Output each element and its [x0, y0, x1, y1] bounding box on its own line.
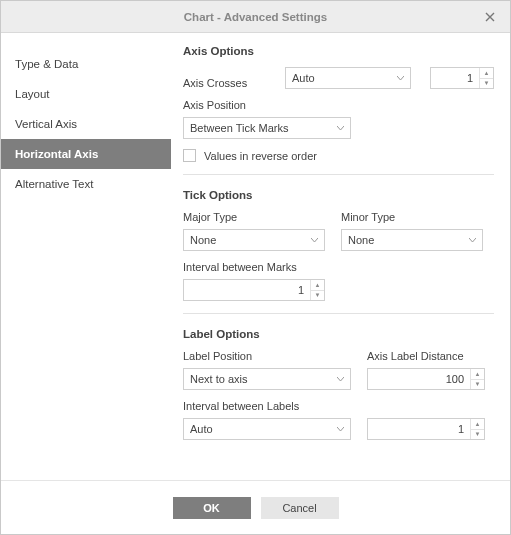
- select-value: None: [190, 234, 216, 246]
- dialog-title: Chart - Advanced Settings: [184, 11, 327, 23]
- section-title-label-options: Label Options: [183, 328, 494, 340]
- axis-position-select[interactable]: Between Tick Marks: [183, 117, 351, 139]
- label-position-label: Label Position: [183, 350, 351, 362]
- button-label: OK: [203, 502, 220, 514]
- spinner-down-icon[interactable]: ▼: [471, 380, 484, 390]
- axis-position-label: Axis Position: [183, 99, 351, 111]
- label-position-select[interactable]: Next to axis: [183, 368, 351, 390]
- close-icon: [485, 12, 495, 22]
- interval-marks-spinner[interactable]: 1 ▲ ▼: [183, 279, 325, 301]
- spinner-value: 1: [368, 419, 470, 439]
- axis-crosses-label: Axis Crosses: [183, 77, 269, 89]
- spinner-down-icon[interactable]: ▼: [480, 79, 493, 89]
- spinner-up-icon[interactable]: ▲: [480, 68, 493, 79]
- major-type-select[interactable]: None: [183, 229, 325, 251]
- sidebar-item-label: Type & Data: [15, 58, 78, 70]
- chevron-down-icon: [311, 238, 318, 243]
- select-value: Between Tick Marks: [190, 122, 288, 134]
- divider: [183, 174, 494, 175]
- spinner-value: 1: [431, 68, 479, 88]
- dialog-body: Type & Data Layout Vertical Axis Horizon…: [1, 33, 510, 480]
- reverse-order-checkbox[interactable]: [183, 149, 196, 162]
- select-value: Auto: [190, 423, 213, 435]
- interval-labels-select[interactable]: Auto: [183, 418, 351, 440]
- advanced-settings-dialog: Chart - Advanced Settings Type & Data La…: [0, 0, 511, 535]
- content: Axis Options Axis Crosses Auto 1 ▲: [171, 45, 494, 480]
- footer: OK Cancel: [1, 480, 510, 534]
- spinner-down-icon[interactable]: ▼: [471, 430, 484, 440]
- select-value: Auto: [292, 72, 315, 84]
- axis-label-distance-label: Axis Label Distance: [367, 350, 485, 362]
- major-type-label: Major Type: [183, 211, 325, 223]
- spinner-value: 100: [368, 369, 470, 389]
- spinner-value: 1: [184, 280, 310, 300]
- reverse-order-label: Values in reverse order: [204, 150, 317, 162]
- section-title-axis-options: Axis Options: [183, 45, 494, 57]
- sidebar-item-label: Vertical Axis: [15, 118, 77, 130]
- divider: [183, 313, 494, 314]
- minor-type-label: Minor Type: [341, 211, 483, 223]
- button-label: Cancel: [282, 502, 316, 514]
- sidebar-item-label: Horizontal Axis: [15, 148, 98, 160]
- axis-label-distance-spinner[interactable]: 100 ▲ ▼: [367, 368, 485, 390]
- chevron-down-icon: [469, 238, 476, 243]
- chevron-down-icon: [337, 126, 344, 131]
- cancel-button[interactable]: Cancel: [261, 497, 339, 519]
- select-value: None: [348, 234, 374, 246]
- sidebar-item-vertical-axis[interactable]: Vertical Axis: [1, 109, 171, 139]
- minor-type-select[interactable]: None: [341, 229, 483, 251]
- section-title-tick-options: Tick Options: [183, 189, 494, 201]
- chevron-down-icon: [337, 427, 344, 432]
- interval-labels-label: Interval between Labels: [183, 400, 351, 412]
- axis-crosses-select[interactable]: Auto: [285, 67, 411, 89]
- sidebar-item-label: Layout: [15, 88, 50, 100]
- sidebar-item-label: Alternative Text: [15, 178, 93, 190]
- close-button[interactable]: [478, 1, 502, 33]
- interval-marks-label: Interval between Marks: [183, 261, 325, 273]
- sidebar-item-layout[interactable]: Layout: [1, 79, 171, 109]
- spinner-up-icon[interactable]: ▲: [471, 369, 484, 380]
- sidebar-item-alternative-text[interactable]: Alternative Text: [1, 169, 171, 199]
- ok-button[interactable]: OK: [173, 497, 251, 519]
- spinner-down-icon[interactable]: ▼: [311, 291, 324, 301]
- sidebar-item-horizontal-axis[interactable]: Horizontal Axis: [1, 139, 171, 169]
- axis-crosses-spinner[interactable]: 1 ▲ ▼: [430, 67, 494, 89]
- interval-labels-spinner[interactable]: 1 ▲ ▼: [367, 418, 485, 440]
- spinner-up-icon[interactable]: ▲: [311, 280, 324, 291]
- titlebar: Chart - Advanced Settings: [1, 1, 510, 33]
- spinner-up-icon[interactable]: ▲: [471, 419, 484, 430]
- chevron-down-icon: [337, 377, 344, 382]
- select-value: Next to axis: [190, 373, 247, 385]
- sidebar-item-type-data[interactable]: Type & Data: [1, 49, 171, 79]
- chevron-down-icon: [397, 76, 404, 81]
- sidebar: Type & Data Layout Vertical Axis Horizon…: [1, 45, 171, 480]
